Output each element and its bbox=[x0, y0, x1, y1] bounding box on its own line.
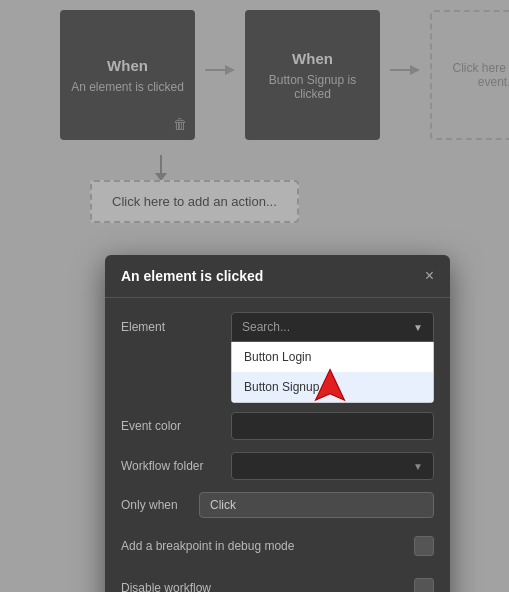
disable-checkbox-row: Disable workflow bbox=[121, 572, 434, 592]
workflow-folder-form-row: Workflow folder ▼ bbox=[121, 452, 434, 480]
breakpoint-label: Add a breakpoint in debug mode bbox=[121, 539, 414, 553]
disable-checkbox[interactable] bbox=[414, 578, 434, 592]
only-when-row: Only when Click bbox=[121, 492, 434, 518]
dropdown-chevron-icon: ▼ bbox=[413, 322, 423, 333]
modal-header: An element is clicked × bbox=[105, 255, 450, 298]
only-when-label: Only when bbox=[121, 498, 191, 512]
breakpoint-checkbox-row: Add a breakpoint in debug mode bbox=[121, 530, 434, 562]
element-dropdown-trigger[interactable]: Search... ▼ bbox=[231, 312, 434, 342]
only-when-value[interactable]: Click bbox=[199, 492, 434, 518]
element-dropdown-list: Button Login Button Signup bbox=[231, 342, 434, 403]
event-color-label: Event color bbox=[121, 419, 231, 433]
element-dropdown-container: Search... ▼ Button Login Button Signup bbox=[231, 312, 434, 342]
dropdown-item-signup[interactable]: Button Signup bbox=[232, 372, 433, 402]
modal-title: An element is clicked bbox=[121, 268, 263, 284]
modal-body: Element Search... ▼ Button Login Button … bbox=[105, 298, 450, 592]
element-form-row: Element Search... ▼ Button Login Button … bbox=[121, 312, 434, 342]
disable-label: Disable workflow bbox=[121, 581, 414, 592]
event-color-form-row: Event color bbox=[121, 412, 434, 440]
dropdown-item-login[interactable]: Button Login bbox=[232, 342, 433, 372]
breakpoint-checkbox[interactable] bbox=[414, 536, 434, 556]
workflow-folder-chevron: ▼ bbox=[413, 461, 423, 472]
modal-dialog: An element is clicked × Element Search..… bbox=[105, 255, 450, 592]
modal-close-button[interactable]: × bbox=[425, 267, 434, 285]
event-color-input[interactable] bbox=[231, 412, 434, 440]
workflow-folder-input[interactable]: ▼ bbox=[231, 452, 434, 480]
element-search-placeholder: Search... bbox=[242, 320, 290, 334]
workflow-folder-label: Workflow folder bbox=[121, 459, 231, 473]
element-label: Element bbox=[121, 320, 231, 334]
